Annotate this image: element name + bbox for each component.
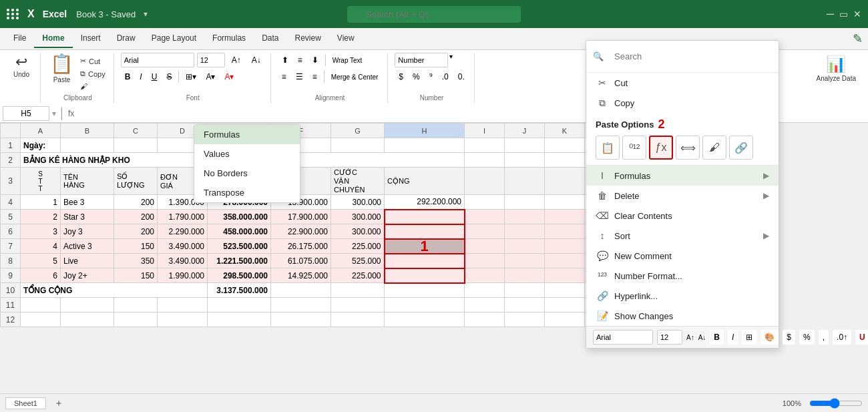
undo-button[interactable]: ↩ Undo [8,53,35,80]
ctx-mini-borders[interactable]: ⊞ [742,330,756,345]
cell-a7[interactable]: 4 [21,239,61,254]
row-12-header[interactable]: 12 [1,313,21,327]
cell-h12[interactable] [385,313,465,327]
cell-a4[interactable]: 1 [21,195,61,210]
cell-g1[interactable] [331,138,385,153]
cell-k3[interactable] [545,168,585,195]
cell-j6[interactable] [505,224,545,239]
tab-draw[interactable]: Draw [109,29,144,48]
cell-g8[interactable]: 525.000 [331,254,385,268]
cell-a8[interactable]: 5 [21,254,61,268]
cell-k6[interactable] [545,224,585,239]
cell-e10[interactable]: 3.137.500.000 [208,283,271,298]
cell-c5[interactable]: 200 [114,210,158,224]
ctx-paste-icon-6[interactable]: 🔗 [729,136,753,160]
ctx-mini-unica[interactable]: U [855,330,868,345]
tab-view[interactable]: View [329,29,363,48]
align-left-button[interactable]: ≡ [278,69,290,84]
row-7-header[interactable]: 7 [1,239,21,254]
ctx-paste-icon-5[interactable]: 🖌 [702,136,726,160]
row-3-header[interactable]: 3 [1,168,21,195]
number-dropdown[interactable]: ▾ [449,53,453,67]
row-11-header[interactable]: 11 [1,298,21,313]
col-header-k[interactable]: K [545,124,585,138]
cell-j7[interactable] [505,239,545,254]
cell-i5[interactable] [465,210,505,224]
cell-e11[interactable] [208,298,271,313]
cell-i12[interactable] [465,313,505,327]
italic-button[interactable]: I [136,69,146,84]
cell-h6[interactable] [385,224,465,239]
ctx-show-changes-item[interactable]: 📝 Show Changes [586,306,779,326]
ctx-sub-values[interactable]: Values [194,144,300,164]
cell-k9[interactable] [545,268,585,283]
dec-decimal-button[interactable]: 0. [454,69,469,84]
cell-i11[interactable] [465,298,505,313]
ctx-mini-comma[interactable]: , [819,330,829,345]
font-size-input[interactable] [197,53,225,67]
cut-button[interactable]: ✂ Cut [77,55,108,67]
percent-button[interactable]: % [409,69,424,84]
ctx-mini-italic[interactable]: I [728,330,738,345]
cell-h4[interactable]: 292.200.000 [385,195,465,210]
zoom-slider[interactable] [809,398,863,409]
cell-k8[interactable] [545,254,585,268]
cell-k11[interactable] [545,298,585,313]
cell-j11[interactable] [505,298,545,313]
cell-j4[interactable] [505,195,545,210]
cell-i4[interactable] [465,195,505,210]
cell-f11[interactable] [271,298,331,313]
ctx-mini-size-up[interactable]: A↑ [686,334,694,341]
cell-d12[interactable] [158,313,208,327]
ctx-sub-no-borders[interactable]: No Borders [194,164,300,183]
cell-j8[interactable] [505,254,545,268]
cell-h9[interactable] [385,268,465,283]
tab-page-layout[interactable]: Page Layout [144,29,204,48]
analyze-data-button[interactable]: 📊 Analyze Data [813,53,860,84]
sheet-tab[interactable]: Sheet1 [5,397,46,409]
fill-color-button[interactable]: A▾ [202,69,219,84]
ctx-cut-item[interactable]: ✂ Cut [586,73,779,93]
cell-a6[interactable]: 3 [21,224,61,239]
strikethrough-button[interactable]: S [162,69,176,84]
row-8-header[interactable]: 8 [1,254,21,268]
wrap-text-button[interactable]: Wrap Text [329,53,367,67]
cell-j3[interactable] [505,168,545,195]
close-button[interactable]: ✕ [853,9,861,19]
ctx-mini-font[interactable] [593,330,653,345]
underline-button[interactable]: U [148,69,162,84]
cell-d6[interactable]: 2.290.000 [158,224,208,239]
align-middle-button[interactable]: ≡ [294,53,306,67]
cell-j9[interactable] [505,268,545,283]
ctx-mini-inc-decimal[interactable]: .0↑ [833,330,851,345]
cell-a11[interactable] [21,298,61,313]
font-name-input[interactable] [121,53,194,67]
cell-g11[interactable] [331,298,385,313]
ctx-paste-icon-2[interactable]: ⁰¹² [622,136,646,160]
cell-j10[interactable] [505,283,545,298]
ctx-delete-item[interactable]: 🗑 Delete ▶ [586,186,779,206]
ctx-sub-transpose[interactable]: Transpose [194,183,300,202]
tab-data[interactable]: Data [254,29,286,48]
cell-i7[interactable] [465,239,505,254]
decrease-font-button[interactable]: A↓ [248,53,265,67]
cell-k5[interactable] [545,210,585,224]
tab-formulas[interactable]: Formulas [204,29,254,48]
cell-b1[interactable] [61,138,114,153]
number-format-input[interactable] [395,53,448,67]
cell-b6[interactable]: Joy 3 [61,224,114,239]
ctx-paste-icon-3[interactable]: ƒx [649,136,673,160]
cell-c6[interactable]: 200 [114,224,158,239]
cell-f5[interactable]: 17.900.000 [271,210,331,224]
cell-b3[interactable]: TÊNHÀNG [61,168,114,195]
row-5-header[interactable]: 5 [1,210,21,224]
cell-a9[interactable]: 6 [21,268,61,283]
row-1-header[interactable]: 1 [1,138,21,153]
cell-g10[interactable] [331,283,385,298]
cell-g5[interactable]: 300.000 [331,210,385,224]
cell-k2[interactable] [545,153,585,168]
ctx-copy-item[interactable]: ⧉ Copy [586,93,779,114]
cell-f9[interactable]: 14.925.000 [271,268,331,283]
cell-g4[interactable]: 300.000 [331,195,385,210]
cell-j2[interactable] [505,153,545,168]
